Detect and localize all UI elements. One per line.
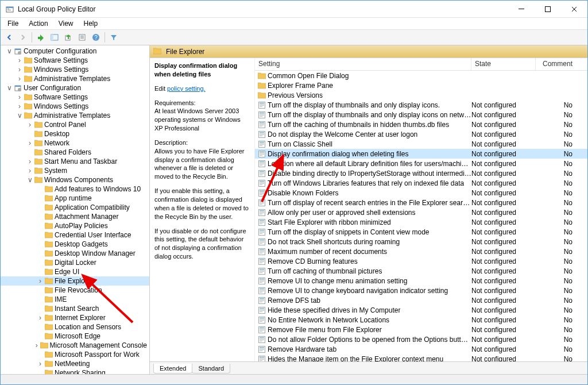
tree-item[interactable]: ›Internet Explorer (1, 313, 149, 322)
tree-item[interactable]: Edge UI (1, 267, 149, 276)
tree-item[interactable]: ∨User Configuration (1, 83, 149, 93)
close-button[interactable] (561, 1, 587, 18)
expand-icon[interactable]: › (26, 139, 34, 147)
list-row[interactable]: Start File Explorer with ribbon minimize… (255, 217, 587, 227)
tree-item[interactable]: ›Microsoft Management Console (1, 341, 149, 350)
up-button[interactable] (34, 31, 47, 44)
show-hide-tree-button[interactable] (48, 31, 61, 44)
filter-button[interactable] (107, 31, 120, 44)
list-row[interactable]: Hide these specified drives in My Comput… (255, 305, 587, 315)
tree-item[interactable]: ›File Explorer (1, 276, 149, 286)
tree-item[interactable]: Shared Folders (1, 148, 149, 157)
tree-item[interactable]: ›Software Settings (1, 93, 149, 102)
tree-item[interactable]: ›Windows Settings (1, 65, 149, 74)
tree-item[interactable]: Microsoft Passport for Work (1, 350, 149, 359)
tree-item[interactable]: Add features to Windows 10 (1, 184, 149, 194)
tree-item[interactable]: ›System (1, 166, 149, 175)
tree-item[interactable]: File Revocation (1, 286, 149, 295)
tree-item[interactable]: Digital Locker (1, 258, 149, 267)
tree-item[interactable]: ›Network (1, 138, 149, 148)
collapse-icon[interactable]: ∨ (5, 84, 13, 92)
help-button[interactable]: ? (90, 31, 102, 44)
collapse-icon[interactable]: ∨ (16, 111, 24, 120)
list-row[interactable]: Do not track Shell shortcuts during roam… (255, 237, 587, 247)
expand-icon[interactable]: › (16, 66, 24, 74)
list-row[interactable]: Turn off the caching of thumbnails in hi… (255, 120, 587, 129)
list-row[interactable]: Allow only per user or approved shell ex… (255, 207, 587, 217)
expand-icon[interactable]: › (26, 121, 34, 129)
edit-policy-link[interactable]: policy setting. (167, 85, 206, 92)
list-row[interactable]: Common Open File Dialog (255, 71, 587, 80)
collapse-icon[interactable]: ∨ (26, 176, 34, 184)
properties-button[interactable] (76, 31, 88, 44)
tree-item[interactable]: Instant Search (1, 304, 149, 313)
tab-standard[interactable]: Standard (192, 364, 230, 374)
list-row[interactable]: Remove File menu from File ExplorerNot c… (255, 325, 587, 334)
tree-item[interactable]: Attachment Manager (1, 212, 149, 221)
tree-item[interactable]: ∨Administrative Templates (1, 111, 149, 120)
tree-item[interactable]: ∨Computer Configuration (1, 47, 149, 56)
list-row[interactable]: Location where all default Library defin… (255, 159, 587, 168)
list-row[interactable]: Remove Hardware tabNot configuredNo (255, 344, 587, 354)
list-row[interactable]: Turn off the display of snippets in Cont… (255, 227, 587, 237)
expand-icon[interactable]: › (26, 157, 34, 165)
expand-icon[interactable]: › (16, 93, 24, 101)
tree-item[interactable]: ›Administrative Templates (1, 74, 149, 83)
col-header-state[interactable]: State (471, 58, 536, 70)
menu-help[interactable]: Help (79, 18, 103, 29)
list-row[interactable]: Do not display the Welcome Center at use… (255, 129, 587, 139)
tree-item[interactable]: App runtime (1, 194, 149, 203)
list-row[interactable]: Disable Known FoldersNot configuredNo (255, 188, 587, 198)
list-row[interactable]: Disable binding directly to IPropertySet… (255, 168, 587, 178)
tree-item[interactable]: AutoPlay Policies (1, 221, 149, 230)
list-row[interactable]: Remove DFS tabNot configuredNo (255, 295, 587, 305)
tree-item[interactable]: ∨Windows Components (1, 175, 149, 184)
list-row[interactable]: Turn on Classic ShellNot configuredNo (255, 139, 587, 149)
list-row[interactable]: Turn off display of recent search entrie… (255, 198, 587, 207)
list-row[interactable]: Turn off the display of thumbnails and o… (255, 100, 587, 110)
tree-item[interactable]: Credential User Interface (1, 230, 149, 240)
list-row[interactable]: Turn off caching of thumbnail picturesNo… (255, 266, 587, 276)
tree-item[interactable]: Network Sharing (1, 368, 149, 374)
col-header-setting[interactable]: Setting (255, 58, 471, 70)
expand-icon[interactable]: › (26, 167, 34, 175)
minimize-button[interactable] (508, 1, 535, 18)
expand-icon[interactable]: › (16, 102, 24, 110)
list-row[interactable]: Remove UI to change menu animation setti… (255, 276, 587, 286)
list-row[interactable]: Remove CD Burning featuresNot configured… (255, 256, 587, 266)
tree-item[interactable]: Application Compatibility (1, 203, 149, 212)
list-body[interactable]: Common Open File DialogExplorer Frame Pa… (255, 71, 587, 361)
expand-icon[interactable]: › (16, 75, 24, 83)
expand-icon[interactable]: › (36, 360, 44, 368)
list-row[interactable]: No Entire Network in Network LocationsNo… (255, 315, 587, 325)
menu-action[interactable]: Action (24, 18, 52, 29)
menu-view[interactable]: View (54, 18, 78, 29)
tree-item[interactable]: Desktop (1, 129, 149, 138)
tree-item[interactable]: Desktop Window Manager (1, 249, 149, 258)
tree-item[interactable]: ›Software Settings (1, 56, 149, 65)
expand-icon[interactable]: › (16, 56, 24, 64)
collapse-icon[interactable]: ∨ (5, 47, 13, 55)
tab-extended[interactable]: Extended (153, 364, 192, 374)
tree-item[interactable]: ›NetMeeting (1, 359, 149, 368)
menu-file[interactable]: File (3, 18, 23, 29)
tree-item[interactable]: Microsoft Edge (1, 332, 149, 341)
export-list-button[interactable] (62, 31, 75, 44)
list-row[interactable]: Maximum number of recent documentsNot co… (255, 247, 587, 256)
forward-button[interactable] (17, 31, 29, 44)
expand-icon[interactable]: › (36, 277, 44, 285)
list-row[interactable]: Turn off Windows Libraries features that… (255, 178, 587, 188)
col-header-comment[interactable]: Comment (536, 58, 587, 70)
tree-item[interactable]: ›Windows Settings (1, 102, 149, 111)
expand-icon[interactable]: › (36, 314, 44, 322)
list-row[interactable]: Hides the Manage item on the File Explor… (255, 354, 587, 361)
list-row[interactable]: Explorer Frame Pane (255, 80, 587, 90)
tree-item[interactable]: ›Start Menu and Taskbar (1, 157, 149, 166)
tree-item[interactable]: ›Control Panel (1, 120, 149, 129)
list-row[interactable]: Do not allow Folder Options to be opened… (255, 334, 587, 344)
tree-item[interactable]: Desktop Gadgets (1, 240, 149, 249)
list-row[interactable]: Display confirmation dialog when deletin… (255, 149, 587, 159)
expand-icon[interactable]: › (33, 341, 40, 349)
maximize-button[interactable] (535, 1, 561, 18)
list-row[interactable]: Remove UI to change keyboard navigation … (255, 286, 587, 295)
